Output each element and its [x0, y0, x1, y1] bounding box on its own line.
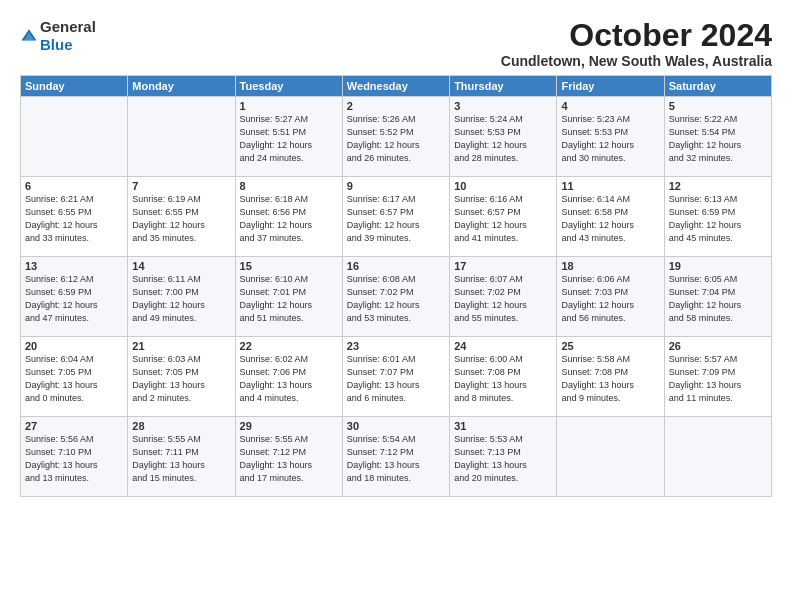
- day-info: Sunrise: 5:55 AMSunset: 7:11 PMDaylight:…: [132, 433, 230, 485]
- day-number: 28: [132, 420, 230, 432]
- calendar-cell: [557, 417, 664, 497]
- calendar-cell: 13Sunrise: 6:12 AMSunset: 6:59 PMDayligh…: [21, 257, 128, 337]
- col-header-saturday: Saturday: [664, 76, 771, 97]
- calendar-cell: 1Sunrise: 5:27 AMSunset: 5:51 PMDaylight…: [235, 97, 342, 177]
- day-number: 30: [347, 420, 445, 432]
- calendar-cell: 20Sunrise: 6:04 AMSunset: 7:05 PMDayligh…: [21, 337, 128, 417]
- calendar-cell: 25Sunrise: 5:58 AMSunset: 7:08 PMDayligh…: [557, 337, 664, 417]
- day-number: 5: [669, 100, 767, 112]
- day-number: 2: [347, 100, 445, 112]
- col-header-monday: Monday: [128, 76, 235, 97]
- day-info: Sunrise: 6:10 AMSunset: 7:01 PMDaylight:…: [240, 273, 338, 325]
- day-info: Sunrise: 6:14 AMSunset: 6:58 PMDaylight:…: [561, 193, 659, 245]
- calendar-cell: 14Sunrise: 6:11 AMSunset: 7:00 PMDayligh…: [128, 257, 235, 337]
- day-number: 1: [240, 100, 338, 112]
- calendar-cell: 6Sunrise: 6:21 AMSunset: 6:55 PMDaylight…: [21, 177, 128, 257]
- day-info: Sunrise: 6:01 AMSunset: 7:07 PMDaylight:…: [347, 353, 445, 405]
- day-info: Sunrise: 6:05 AMSunset: 7:04 PMDaylight:…: [669, 273, 767, 325]
- calendar-cell: 22Sunrise: 6:02 AMSunset: 7:06 PMDayligh…: [235, 337, 342, 417]
- day-info: Sunrise: 6:12 AMSunset: 6:59 PMDaylight:…: [25, 273, 123, 325]
- day-info: Sunrise: 6:06 AMSunset: 7:03 PMDaylight:…: [561, 273, 659, 325]
- day-info: Sunrise: 5:26 AMSunset: 5:52 PMDaylight:…: [347, 113, 445, 165]
- day-number: 13: [25, 260, 123, 272]
- day-info: Sunrise: 6:21 AMSunset: 6:55 PMDaylight:…: [25, 193, 123, 245]
- day-info: Sunrise: 6:18 AMSunset: 6:56 PMDaylight:…: [240, 193, 338, 245]
- calendar-cell: 11Sunrise: 6:14 AMSunset: 6:58 PMDayligh…: [557, 177, 664, 257]
- day-number: 21: [132, 340, 230, 352]
- day-number: 7: [132, 180, 230, 192]
- day-info: Sunrise: 6:13 AMSunset: 6:59 PMDaylight:…: [669, 193, 767, 245]
- day-number: 20: [25, 340, 123, 352]
- calendar-cell: 23Sunrise: 6:01 AMSunset: 7:07 PMDayligh…: [342, 337, 449, 417]
- logo-icon: [20, 27, 38, 45]
- calendar-cell: 7Sunrise: 6:19 AMSunset: 6:55 PMDaylight…: [128, 177, 235, 257]
- day-number: 29: [240, 420, 338, 432]
- day-number: 3: [454, 100, 552, 112]
- calendar-cell: 17Sunrise: 6:07 AMSunset: 7:02 PMDayligh…: [450, 257, 557, 337]
- day-number: 11: [561, 180, 659, 192]
- day-info: Sunrise: 6:16 AMSunset: 6:57 PMDaylight:…: [454, 193, 552, 245]
- day-number: 6: [25, 180, 123, 192]
- day-number: 27: [25, 420, 123, 432]
- calendar-table: SundayMondayTuesdayWednesdayThursdayFrid…: [20, 75, 772, 497]
- day-number: 19: [669, 260, 767, 272]
- day-number: 10: [454, 180, 552, 192]
- day-number: 15: [240, 260, 338, 272]
- day-number: 12: [669, 180, 767, 192]
- month-title: October 2024: [501, 18, 772, 53]
- day-number: 17: [454, 260, 552, 272]
- calendar-cell: 28Sunrise: 5:55 AMSunset: 7:11 PMDayligh…: [128, 417, 235, 497]
- day-info: Sunrise: 6:02 AMSunset: 7:06 PMDaylight:…: [240, 353, 338, 405]
- day-info: Sunrise: 5:27 AMSunset: 5:51 PMDaylight:…: [240, 113, 338, 165]
- day-info: Sunrise: 6:11 AMSunset: 7:00 PMDaylight:…: [132, 273, 230, 325]
- col-header-sunday: Sunday: [21, 76, 128, 97]
- day-info: Sunrise: 6:04 AMSunset: 7:05 PMDaylight:…: [25, 353, 123, 405]
- title-block: October 2024 Cundletown, New South Wales…: [501, 18, 772, 69]
- calendar-cell: 30Sunrise: 5:54 AMSunset: 7:12 PMDayligh…: [342, 417, 449, 497]
- calendar-cell: 9Sunrise: 6:17 AMSunset: 6:57 PMDaylight…: [342, 177, 449, 257]
- calendar-cell: 16Sunrise: 6:08 AMSunset: 7:02 PMDayligh…: [342, 257, 449, 337]
- day-info: Sunrise: 6:08 AMSunset: 7:02 PMDaylight:…: [347, 273, 445, 325]
- col-header-thursday: Thursday: [450, 76, 557, 97]
- day-number: 24: [454, 340, 552, 352]
- day-info: Sunrise: 6:03 AMSunset: 7:05 PMDaylight:…: [132, 353, 230, 405]
- day-number: 23: [347, 340, 445, 352]
- day-info: Sunrise: 5:57 AMSunset: 7:09 PMDaylight:…: [669, 353, 767, 405]
- calendar-cell: [664, 417, 771, 497]
- col-header-friday: Friday: [557, 76, 664, 97]
- day-info: Sunrise: 6:00 AMSunset: 7:08 PMDaylight:…: [454, 353, 552, 405]
- calendar-cell: 2Sunrise: 5:26 AMSunset: 5:52 PMDaylight…: [342, 97, 449, 177]
- day-info: Sunrise: 5:54 AMSunset: 7:12 PMDaylight:…: [347, 433, 445, 485]
- calendar-cell: 18Sunrise: 6:06 AMSunset: 7:03 PMDayligh…: [557, 257, 664, 337]
- day-number: 22: [240, 340, 338, 352]
- day-number: 8: [240, 180, 338, 192]
- location-title: Cundletown, New South Wales, Australia: [501, 53, 772, 69]
- day-number: 26: [669, 340, 767, 352]
- calendar-cell: 15Sunrise: 6:10 AMSunset: 7:01 PMDayligh…: [235, 257, 342, 337]
- day-info: Sunrise: 5:53 AMSunset: 7:13 PMDaylight:…: [454, 433, 552, 485]
- day-number: 25: [561, 340, 659, 352]
- calendar-cell: [128, 97, 235, 177]
- calendar-cell: 4Sunrise: 5:23 AMSunset: 5:53 PMDaylight…: [557, 97, 664, 177]
- calendar-cell: 19Sunrise: 6:05 AMSunset: 7:04 PMDayligh…: [664, 257, 771, 337]
- day-number: 18: [561, 260, 659, 272]
- day-number: 31: [454, 420, 552, 432]
- calendar-cell: 21Sunrise: 6:03 AMSunset: 7:05 PMDayligh…: [128, 337, 235, 417]
- calendar-cell: [21, 97, 128, 177]
- day-number: 16: [347, 260, 445, 272]
- calendar-cell: 26Sunrise: 5:57 AMSunset: 7:09 PMDayligh…: [664, 337, 771, 417]
- day-info: Sunrise: 5:58 AMSunset: 7:08 PMDaylight:…: [561, 353, 659, 405]
- logo-blue: Blue: [40, 36, 73, 53]
- calendar-cell: 31Sunrise: 5:53 AMSunset: 7:13 PMDayligh…: [450, 417, 557, 497]
- calendar-cell: 29Sunrise: 5:55 AMSunset: 7:12 PMDayligh…: [235, 417, 342, 497]
- day-info: Sunrise: 5:22 AMSunset: 5:54 PMDaylight:…: [669, 113, 767, 165]
- day-number: 9: [347, 180, 445, 192]
- logo: General Blue: [20, 18, 96, 54]
- col-header-wednesday: Wednesday: [342, 76, 449, 97]
- day-info: Sunrise: 6:07 AMSunset: 7:02 PMDaylight:…: [454, 273, 552, 325]
- day-number: 4: [561, 100, 659, 112]
- calendar-cell: 24Sunrise: 6:00 AMSunset: 7:08 PMDayligh…: [450, 337, 557, 417]
- logo-general: General: [40, 18, 96, 35]
- calendar-cell: 8Sunrise: 6:18 AMSunset: 6:56 PMDaylight…: [235, 177, 342, 257]
- calendar-cell: 12Sunrise: 6:13 AMSunset: 6:59 PMDayligh…: [664, 177, 771, 257]
